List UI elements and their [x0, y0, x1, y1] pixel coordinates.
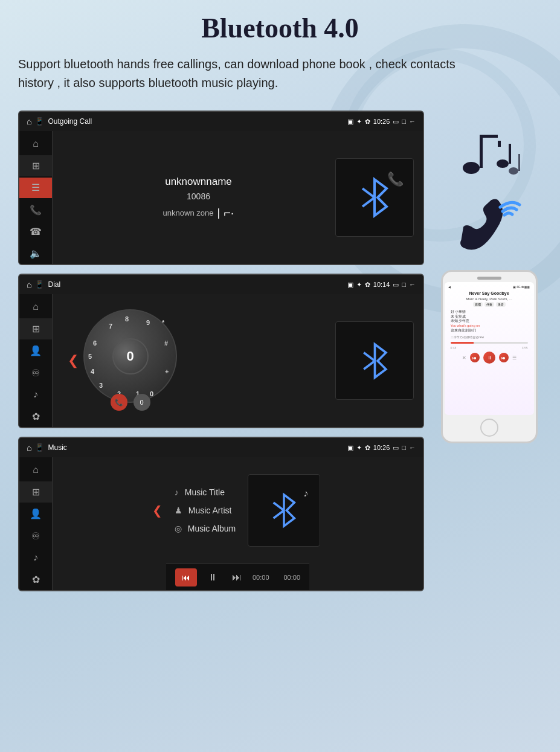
dial-num-7[interactable]: 7: [109, 323, 112, 330]
home-icon-2[interactable]: ⌂: [27, 280, 31, 289]
music-album-icon: ◎: [175, 524, 182, 533]
battery-icon-2: ▭: [393, 281, 399, 289]
dial-label: Dial: [48, 280, 60, 289]
nav-phone-1[interactable]: 📞: [19, 199, 52, 220]
svg-line-5: [364, 361, 375, 369]
next-button[interactable]: ⏭: [228, 570, 245, 585]
nav-call-1[interactable]: ☎: [19, 221, 52, 242]
screen-content-3: ❮ ♪ Music Title ♟ Music Artist: [53, 457, 423, 590]
dial-num-star[interactable]: *: [162, 319, 164, 326]
nav-vol-1[interactable]: 🔈: [19, 243, 52, 264]
status-bar-3: ⌂ 📱 Music ▣ ✦ ✿ 10:26 ▭ □ ←: [19, 438, 423, 457]
dial-center-button[interactable]: 0: [112, 338, 149, 374]
dial-arrow[interactable]: ❮: [68, 353, 79, 368]
music-arrow[interactable]: ❮: [149, 503, 163, 518]
dial-num-hash[interactable]: #: [164, 339, 168, 347]
svg-line-1: [362, 188, 375, 198]
phone-home-button[interactable]: [480, 419, 498, 437]
phone-next-btn[interactable]: ⏭: [499, 353, 509, 362]
dial-num-0b[interactable]: 0: [150, 390, 153, 397]
dial-content: ❮ 8 9 * 7 6 # 5: [62, 309, 335, 412]
nav-bt-2[interactable]: ✿: [19, 407, 52, 427]
phone-menu-icon[interactable]: ☰: [512, 355, 517, 361]
play-pause-button[interactable]: ⏸: [204, 570, 221, 585]
svg-rect-12: [498, 141, 501, 147]
screens-column: ⌂ 📱 Outgoing Call ▣ ✦ ✿ 10:26 ▭ □ ←: [18, 111, 424, 591]
dial-num-6[interactable]: 6: [93, 339, 97, 347]
phone-play-btn[interactable]: ⏸: [483, 352, 495, 364]
sidebar-nav-1: ⌂ ⊞ ☰ 📞 ☎ 🔈: [19, 131, 53, 264]
back-icon-2[interactable]: ←: [409, 281, 416, 288]
nav-grid-1[interactable]: ⊞: [19, 155, 52, 176]
phone-close-icon[interactable]: ✕: [462, 355, 466, 361]
bt-icon-3: ✿: [365, 444, 370, 452]
page-wrapper: Bluetooth 4.0 Support bluetooth hands fr…: [0, 0, 560, 603]
screen-label-1: 📱: [35, 117, 44, 126]
outgoing-call-screen: ⌂ 📱 Outgoing Call ▣ ✦ ✿ 10:26 ▭ □ ←: [18, 111, 424, 265]
screen-body-3: ⌂ ⊞ 👤 ♾ ♪ ✿ ❮ ♪ Music: [19, 457, 423, 590]
back-icon-3[interactable]: ←: [409, 444, 416, 451]
nav-grid-3[interactable]: ⊞: [19, 481, 52, 502]
music-screen: ⌂ 📱 Music ▣ ✦ ✿ 10:26 ▭ □ ←: [18, 437, 424, 591]
nav-grid-2[interactable]: ⊞: [19, 318, 52, 339]
svg-rect-14: [509, 144, 511, 164]
nav-person-2[interactable]: 👤: [19, 341, 52, 361]
music-controls: ⏮ ⏸ ⏭ 00:00 00:00: [166, 564, 309, 590]
dial-num-9[interactable]: 9: [146, 319, 150, 326]
svg-line-2: [362, 198, 375, 207]
music-artist-item: ♟ Music Artist: [175, 506, 236, 515]
dial-pad: 8 9 * 7 6 # 5 4 + 3: [83, 309, 177, 412]
nav-loop-2[interactable]: ♾: [19, 362, 52, 383]
dial-red-btn-2[interactable]: 0: [134, 394, 150, 411]
nav-music-3[interactable]: ♪: [19, 547, 52, 568]
bt-box-1: 📞: [335, 158, 414, 237]
home-icon-3[interactable]: ⌂: [27, 443, 31, 452]
bt-box-2: [335, 321, 414, 400]
call-zone: unknown zone | ⌐·: [62, 206, 335, 220]
music-notes-svg: [453, 123, 526, 177]
bluetooth-svg-2: [358, 341, 391, 381]
nav-bt-3[interactable]: ✿: [19, 570, 52, 590]
time-1: 10:26: [373, 118, 390, 125]
dial-red-btn-1[interactable]: 📞: [111, 394, 127, 411]
dial-num-3[interactable]: 3: [99, 382, 103, 389]
nav-loop-3[interactable]: ♾: [19, 525, 52, 546]
nav-home-1[interactable]: ⌂: [19, 133, 52, 154]
back-icon-1[interactable]: ←: [409, 118, 416, 125]
network-icon-2: ✦: [356, 281, 362, 289]
phone-action-buttons: 原唱 伴奏 录音: [447, 301, 532, 308]
dial-num-5[interactable]: 5: [88, 353, 92, 360]
dial-num-plus[interactable]: +: [165, 368, 169, 375]
screen-body-2: ⌂ ⊞ 👤 ♾ ♪ ✿ ❮ 8: [19, 294, 423, 427]
svg-line-8: [274, 510, 284, 518]
status-bar-1: ⌂ 📱 Outgoing Call ▣ ✦ ✿ 10:26 ▭ □ ←: [19, 112, 423, 131]
dial-circle[interactable]: 8 9 * 7 6 # 5 4 + 3: [83, 309, 177, 403]
nav-person-3[interactable]: 👤: [19, 504, 52, 524]
nav-home-3[interactable]: ⌂: [19, 460, 52, 480]
phone-progress[interactable]: [451, 342, 528, 344]
music-album-item: ◎ Music Album: [175, 524, 236, 533]
nav-home-2[interactable]: ⌂: [19, 297, 52, 317]
dial-num-8[interactable]: 8: [125, 315, 129, 323]
window-icon-3: □: [402, 444, 406, 451]
screen-content-1: unknownname 10086 unknown zone | ⌐·: [53, 131, 423, 264]
main-layout: ⌂ 📱 Outgoing Call ▣ ✦ ✿ 10:26 ▭ □ ←: [18, 111, 542, 591]
phone-app-screen: ◀ ▣ 4G ✿ ▮▮▮ Never Say Goodbye Marc & Ne…: [445, 282, 534, 415]
network-icon-3: ✦: [356, 444, 362, 452]
phone-speaker: [477, 277, 501, 280]
screen-icon-3: 📱: [35, 443, 44, 452]
call-info: unknownname 10086 unknown zone | ⌐·: [62, 176, 335, 220]
music-artist-text: Music Artist: [188, 506, 232, 515]
prev-button[interactable]: ⏮: [175, 568, 197, 586]
svg-rect-11: [480, 135, 498, 138]
nav-music-2[interactable]: ♪: [19, 384, 52, 405]
phone-wifi-decoration: [453, 196, 526, 259]
home-icon-1[interactable]: ⌂: [27, 117, 31, 126]
phone-prev-btn[interactable]: ⏮: [470, 353, 480, 362]
bt-symbol-1: 📞: [356, 176, 393, 219]
dial-num-4[interactable]: 4: [91, 368, 94, 375]
nav-active-1[interactable]: ☰: [19, 178, 52, 198]
screen-content-2: ❮ 8 9 * 7 6 # 5: [53, 294, 423, 427]
cursor-blink: |: [217, 207, 220, 219]
dial-screen: ⌂ 📱 Dial ▣ ✦ ✿ 10:14 ▭ □ ←: [18, 274, 424, 428]
